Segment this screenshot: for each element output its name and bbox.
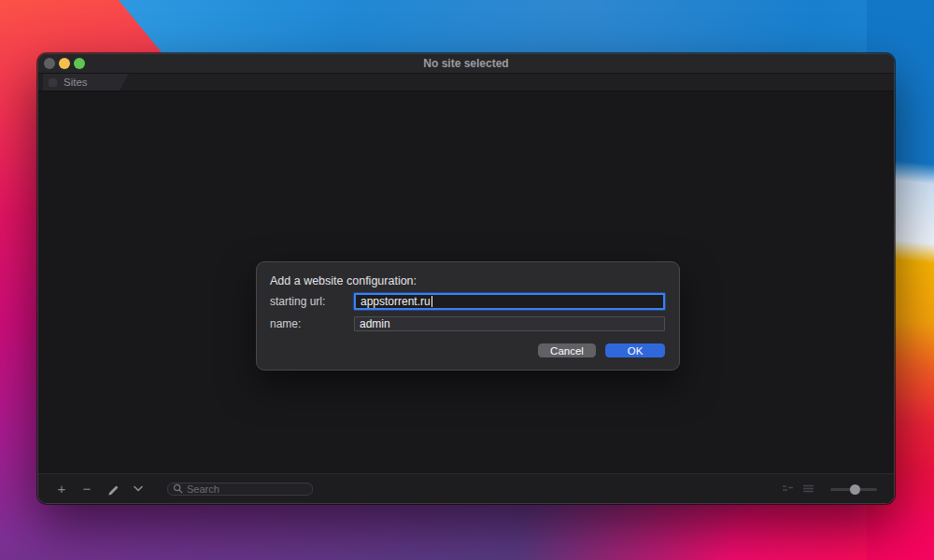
starting-url-label: starting url: — [270, 295, 354, 308]
name-input[interactable]: admin — [354, 316, 665, 331]
tab-bar: Sites — [38, 74, 894, 91]
starting-url-input[interactable]: appstorrent.ru — [354, 293, 665, 310]
bottom-toolbar: + − — [38, 473, 894, 503]
name-row: name: admin — [270, 316, 665, 331]
name-label: name: — [270, 317, 354, 330]
window-titlebar: No site selected — [38, 54, 894, 74]
chevron-down-icon[interactable] — [131, 485, 146, 492]
remove-icon[interactable]: − — [80, 483, 93, 496]
cancel-button[interactable]: Cancel — [538, 343, 596, 357]
list-view-icon[interactable] — [802, 484, 814, 493]
tab-sites[interactable]: Sites — [43, 74, 129, 91]
ok-button[interactable]: OK — [605, 343, 665, 357]
search-field[interactable] — [167, 483, 313, 496]
window-content: Add a website configuration: starting ur… — [38, 91, 894, 473]
window-title: No site selected — [38, 57, 894, 70]
add-website-dialog: Add a website configuration: starting ur… — [256, 261, 680, 371]
dialog-buttons: Cancel OK — [270, 343, 665, 357]
name-value: admin — [360, 317, 390, 330]
compact-view-icon[interactable] — [782, 484, 794, 493]
starting-url-value: appstorrent.ru — [361, 295, 431, 308]
toolbar-right-controls — [782, 483, 877, 495]
tab-sites-label: Sites — [64, 77, 88, 88]
dialog-title: Add a website configuration: — [270, 274, 665, 287]
starting-url-row: starting url: appstorrent.ru — [270, 293, 665, 310]
zoom-slider[interactable] — [830, 483, 877, 495]
add-icon[interactable]: + — [55, 483, 68, 496]
app-window: No site selected Sites Add a website con… — [37, 53, 895, 504]
site-favicon-icon — [49, 78, 57, 87]
search-icon — [173, 483, 183, 494]
edit-pencil-icon[interactable] — [106, 483, 120, 496]
text-caret — [432, 296, 433, 307]
zoom-slider-thumb[interactable] — [850, 484, 860, 495]
desktop: No site selected Sites Add a website con… — [0, 0, 934, 560]
search-input[interactable] — [187, 483, 307, 495]
